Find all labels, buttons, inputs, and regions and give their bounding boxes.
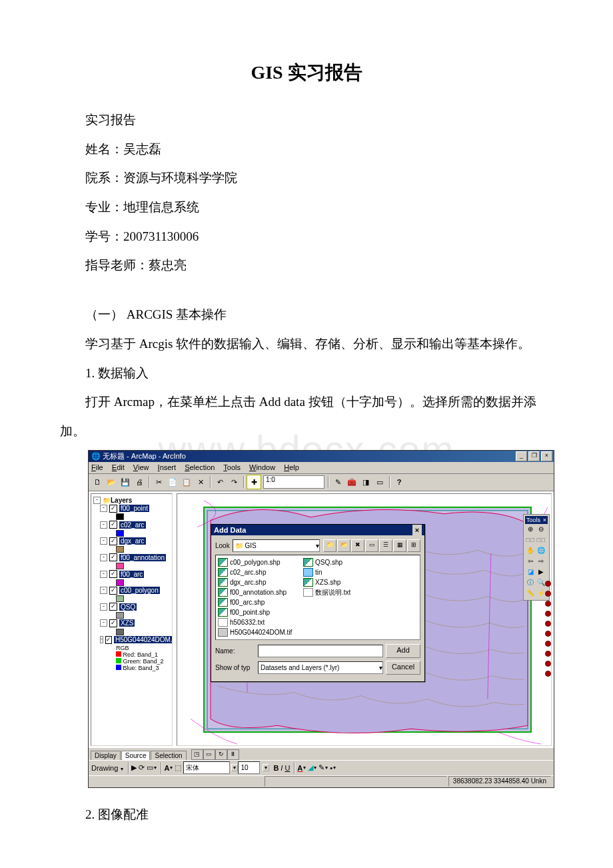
menu-file[interactable]: File (91, 463, 103, 471)
underline-icon[interactable]: U (285, 764, 290, 772)
new-icon[interactable]: 🗋 (91, 475, 104, 489)
dialog-close-icon[interactable]: × (412, 525, 422, 535)
edit-vertices-icon[interactable]: ⬚ (175, 763, 181, 772)
layer-checkbox[interactable]: ✓ (105, 636, 112, 644)
tab-source[interactable]: Source (121, 751, 151, 760)
layer-name[interactable]: f00_point (119, 505, 149, 512)
name-input[interactable] (258, 645, 383, 657)
list-view-icon[interactable]: ☰ (379, 539, 392, 552)
file-list[interactable]: c00_polygon.shpc02_arc.shpdgx_arc.shpf00… (215, 555, 420, 640)
menu-tools[interactable]: Tools (223, 463, 241, 471)
delete-icon[interactable]: ✕ (194, 475, 207, 489)
file-item[interactable]: h506332.txt (218, 618, 298, 627)
file-item[interactable]: XZS.shp (303, 578, 383, 587)
cancel-button[interactable]: Cancel (386, 661, 420, 675)
zoom-in-icon[interactable]: ⊕ (526, 525, 535, 534)
file-item[interactable]: tin (303, 568, 383, 577)
layer-name[interactable]: f00_arc (119, 571, 144, 578)
undo-icon[interactable]: ↶ (213, 475, 227, 489)
add-button[interactable]: Add (386, 644, 420, 658)
expand-icon[interactable]: - (100, 521, 107, 529)
layer-name[interactable]: c02_arc (119, 521, 146, 529)
maximize-button[interactable]: ❐ (528, 451, 540, 461)
pointer-icon[interactable]: ▶ (536, 567, 546, 577)
file-item[interactable]: 数据说明.txt (303, 588, 383, 597)
rotate-icon[interactable]: ⟳ (139, 763, 145, 772)
expand-icon[interactable]: - (100, 571, 107, 578)
close-button[interactable]: × (541, 451, 552, 461)
map-view[interactable]: Tools× ⊕ ⊖ ⬚⬚ ⬚⬚ ✋ 🌐 ⇦ ⇨ ◪ ▶ ⓘ 🔍 📏 ⚡ (177, 493, 552, 746)
font-combo[interactable]: 宋体 (183, 761, 230, 774)
file-item[interactable]: H50G044024DOM.tif (218, 628, 298, 637)
refresh-icon[interactable]: ↻ (215, 749, 227, 760)
open-icon[interactable]: 📂 (105, 475, 118, 489)
file-item[interactable]: f00_arc.shp (218, 598, 298, 607)
details-view-icon[interactable]: ▦ (393, 539, 406, 552)
expand-icon[interactable]: - (100, 603, 107, 611)
identify-icon[interactable]: ⓘ (526, 578, 535, 587)
expand-icon[interactable]: - (100, 554, 107, 561)
show-type-combo[interactable]: Datasets and Layers (*.lyr) ▾ (258, 661, 383, 674)
italic-icon[interactable]: I (281, 764, 283, 772)
zoom-out-icon[interactable]: ⊖ (536, 525, 546, 534)
menu-help[interactable]: Help (284, 463, 299, 471)
layer-checkbox[interactable]: ✓ (109, 570, 117, 578)
copy-icon[interactable]: 📄 (166, 475, 179, 489)
connect-icon[interactable]: 📂 (337, 539, 350, 552)
file-item[interactable]: c00_polygon.shp (218, 558, 298, 567)
layout-view-icon[interactable]: ▭ (203, 749, 215, 760)
tab-display[interactable]: Display (91, 751, 121, 760)
fixed-zoom-out-icon[interactable]: ⬚⬚ (536, 535, 546, 545)
prev-extent-icon[interactable]: ⇦ (526, 557, 535, 566)
up-folder-icon[interactable]: 📁 (323, 539, 336, 552)
line-color-icon[interactable]: ✎▾ (318, 763, 328, 772)
tools-close-icon[interactable]: × (543, 517, 546, 523)
hyperlink-icon[interactable]: ⚡ (536, 589, 546, 598)
thumbnails-icon[interactable]: ⊞ (407, 539, 420, 552)
layer-name[interactable]: f00_annotation (119, 554, 166, 561)
scale-combo[interactable]: 1:0 (263, 475, 324, 489)
menu-insert[interactable]: Insert (158, 463, 177, 471)
menu-window[interactable]: Window (249, 463, 275, 471)
redo-icon[interactable]: ↷ (227, 475, 241, 489)
catalog-icon[interactable]: ◨ (359, 475, 372, 489)
layer-name[interactable]: H50G044024DOM.tif (114, 636, 173, 643)
add-data-icon[interactable]: ✚ (247, 475, 261, 489)
layer-checkbox[interactable]: ✓ (109, 505, 117, 513)
expand-icon[interactable]: - (100, 505, 107, 512)
select-elements-icon[interactable]: ▶ (131, 763, 137, 772)
font-size-combo[interactable]: 10 (238, 761, 260, 774)
measure-icon[interactable]: 📏 (526, 589, 535, 598)
expand-icon[interactable]: - (100, 537, 107, 545)
select-icon[interactable]: ◪ (526, 567, 535, 577)
file-item[interactable]: f00_annotation.shp (218, 588, 298, 597)
layer-checkbox[interactable]: ✓ (109, 521, 117, 529)
editor-icon[interactable]: ✎ (331, 475, 344, 489)
expand-icon[interactable]: - (93, 497, 101, 504)
text-tool-icon[interactable]: A▾ (164, 764, 173, 772)
font-color-icon[interactable]: A▾ (297, 764, 306, 772)
print-icon[interactable]: 🖨 (133, 475, 146, 489)
tab-selection[interactable]: Selection (151, 751, 186, 760)
menu-view[interactable]: View (133, 463, 149, 471)
layer-checkbox[interactable]: ✓ (109, 537, 117, 545)
file-item[interactable]: f00_point.shp (218, 608, 298, 617)
layer-name[interactable]: c00_polygon (119, 587, 160, 594)
layer-checkbox[interactable]: ✓ (109, 603, 117, 611)
save-icon[interactable]: 💾 (119, 475, 132, 489)
file-item[interactable]: dgx_arc.shp (218, 578, 298, 587)
data-view-icon[interactable]: ◳ (191, 749, 203, 760)
command-icon[interactable]: ▭ (373, 475, 386, 489)
disconnect-icon[interactable]: ✖ (351, 539, 364, 552)
file-item[interactable]: c02_arc.shp (218, 568, 298, 577)
layer-name[interactable]: dgx_arc (119, 537, 146, 545)
marker-color-icon[interactable]: •▾ (330, 764, 336, 772)
pause-icon[interactable]: ⏸ (227, 749, 239, 760)
bold-icon[interactable]: B (273, 764, 279, 772)
full-extent-icon[interactable]: 🌐 (536, 546, 546, 555)
layer-checkbox[interactable]: ✓ (109, 619, 117, 627)
expand-icon[interactable]: - (100, 619, 107, 627)
next-extent-icon[interactable]: ⇨ (536, 557, 546, 566)
expand-icon[interactable]: - (100, 587, 107, 594)
paste-icon[interactable]: 📋 (180, 475, 193, 489)
